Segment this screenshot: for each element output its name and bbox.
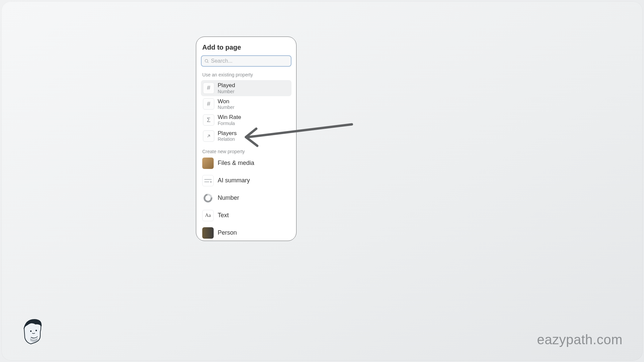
create-number[interactable]: Number: [201, 192, 291, 204]
property-name: Won: [218, 98, 234, 105]
sigma-icon: Σ: [203, 114, 214, 126]
property-name: Played: [218, 82, 235, 89]
property-type: Number: [218, 89, 235, 94]
existing-property-played[interactable]: # Played Number: [201, 80, 291, 96]
ai-summary-icon: ✦: [202, 175, 214, 186]
add-to-page-popover: Add to page Use an existing property # P…: [196, 37, 297, 241]
search-input[interactable]: [211, 58, 288, 64]
section-create-label: Create new property: [202, 149, 290, 154]
person-icon: [202, 227, 214, 239]
property-name: Players: [218, 130, 237, 137]
number-ring-icon: [202, 192, 214, 204]
existing-property-list: # Played Number # Won Number Σ Win Rate …: [201, 80, 291, 144]
svg-line-2: [208, 135, 210, 137]
create-label: Text: [218, 212, 229, 219]
section-existing-label: Use an existing property: [202, 72, 290, 77]
watermark: eazypath.com: [537, 332, 623, 347]
create-person[interactable]: Person: [201, 227, 291, 239]
property-name: Win Rate: [218, 114, 241, 121]
hash-icon: #: [203, 82, 214, 94]
create-label: AI summary: [218, 177, 250, 184]
create-label: Number: [218, 194, 239, 201]
relation-icon: [203, 130, 214, 142]
property-type: Formula: [218, 121, 241, 126]
existing-property-win-rate[interactable]: Σ Win Rate Formula: [201, 112, 291, 128]
hash-icon: #: [203, 98, 214, 110]
create-ai-summary[interactable]: ✦ AI summary: [201, 174, 291, 187]
existing-property-players[interactable]: Players Relation: [201, 128, 291, 144]
search-field-wrap[interactable]: [201, 55, 291, 67]
stage: Add to page Use an existing property # P…: [1, 1, 643, 361]
svg-point-5: [36, 330, 37, 331]
property-type: Relation: [218, 136, 237, 142]
create-text[interactable]: Aa Text: [201, 209, 291, 222]
files-media-icon: [202, 158, 214, 169]
svg-point-4: [30, 330, 32, 332]
svg-line-1: [208, 62, 209, 63]
create-label: Person: [218, 229, 237, 236]
create-files-media[interactable]: Files & media: [201, 157, 291, 170]
text-aa-icon: Aa: [202, 210, 214, 221]
existing-property-won[interactable]: # Won Number: [201, 96, 291, 112]
presenter-avatar: [21, 318, 44, 346]
create-property-list: Files & media ✦ AI summary Number Aa Tex…: [201, 157, 291, 239]
property-type: Number: [218, 105, 234, 110]
search-icon: [204, 59, 209, 63]
create-label: Files & media: [218, 160, 254, 167]
popover-title: Add to page: [202, 44, 290, 51]
svg-point-0: [205, 59, 208, 62]
